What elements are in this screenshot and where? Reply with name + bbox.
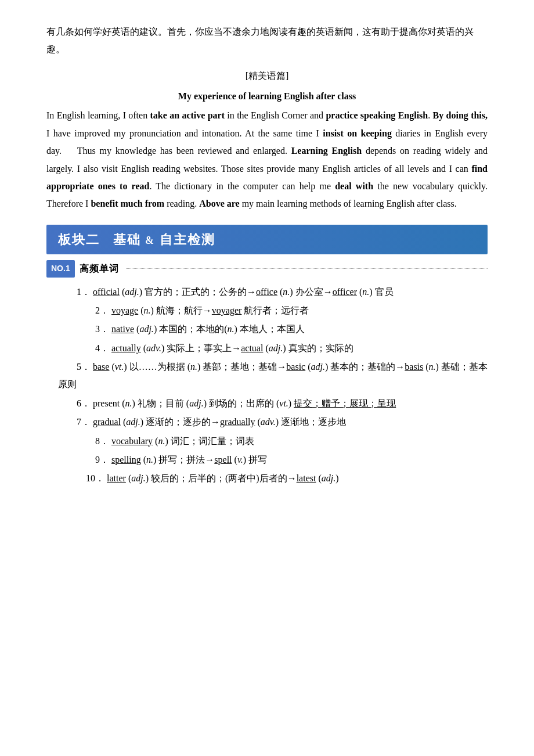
word-voyage: voyage	[111, 305, 138, 315]
banner-text: 板块二 基础 & 自主检测	[58, 228, 215, 251]
word-spelling: spelling	[111, 455, 141, 465]
word-gradually: gradually	[220, 417, 255, 427]
item-num: 5．	[77, 362, 91, 372]
word-spell: spell	[214, 455, 232, 465]
word-office: office	[256, 287, 277, 297]
vocab-list: 1． official (adj.) 官方的；正式的；公务的→office (n…	[58, 283, 488, 488]
list-item: 2． voyage (n.) 航海；航行→voyager 航行者；远行者	[58, 302, 488, 319]
list-item: 7． gradual (adj.) 逐渐的；逐步的→gradually (adv…	[58, 413, 488, 431]
list-item: 10． latter (adj.) 较后的；后半的；(两者中)后者的→lates…	[58, 470, 488, 487]
item-num: 9．	[95, 455, 109, 465]
word-gradual: gradual	[93, 417, 121, 427]
list-item: 9． spelling (n.) 拼写；拼法→spell (v.) 拼写	[58, 451, 488, 469]
word-latest: latest	[297, 473, 316, 483]
word-vocabulary: vocabulary	[111, 436, 153, 446]
word-basic: basic	[286, 362, 305, 372]
word-latter: latter	[107, 473, 126, 483]
list-item: 1． official (adj.) 官方的；正式的；公务的→office (n…	[58, 283, 488, 301]
list-item: 5． base (vt.) 以……为根据 (n.) 基部；基地；基础→basic…	[58, 358, 488, 394]
no1-badge: NO.1	[46, 260, 75, 277]
list-item: 8． vocabulary (n.) 词汇；词汇量；词表	[58, 433, 488, 450]
essay-title: My experience of learning English after …	[46, 88, 488, 105]
list-item: 3． native (adj.) 本国的；本地的(n.) 本地人；本国人	[58, 321, 488, 338]
word-base: base	[93, 362, 109, 372]
no1-title: 高频单词	[80, 261, 119, 278]
item-num: 8．	[95, 436, 109, 446]
item-num: 6．	[77, 398, 91, 408]
item-num: 10．	[86, 473, 104, 483]
word-actually: actually	[111, 343, 141, 353]
item-num: 3．	[95, 324, 109, 334]
word-actual: actual	[241, 343, 263, 353]
intro-paragraph: 有几条如何学好英语的建议。首先，你应当不遗余力地阅读有趣的英语新闻，这有助于提高…	[46, 23, 488, 59]
section-banner: 板块二 基础 & 自主检测	[46, 225, 488, 255]
word-present-vt: 提交；赠予；展现；呈现	[294, 398, 396, 408]
item-num: 1．	[77, 287, 91, 297]
no1-divider-line	[126, 268, 488, 269]
item-num: 2．	[95, 305, 109, 315]
item-num: 7．	[77, 417, 91, 427]
list-item: 4． actually (adv.) 实际上；事实上→actual (adj.)…	[58, 340, 488, 357]
word-native: native	[111, 324, 134, 334]
essay-body: In English learning, I often take an act…	[46, 107, 488, 213]
word-voyager: voyager	[212, 305, 242, 315]
section-label-center: [精美语篇]	[46, 68, 488, 85]
item-num: 4．	[95, 343, 109, 353]
word-officer: officer	[333, 287, 357, 297]
list-item: 6． present (n.) 礼物；目前 (adj.) 到场的；出席的 (vt…	[58, 395, 488, 412]
word-basis: basis	[405, 362, 423, 372]
no1-row: NO.1 高频单词	[46, 260, 488, 277]
word-official: official	[93, 287, 120, 297]
